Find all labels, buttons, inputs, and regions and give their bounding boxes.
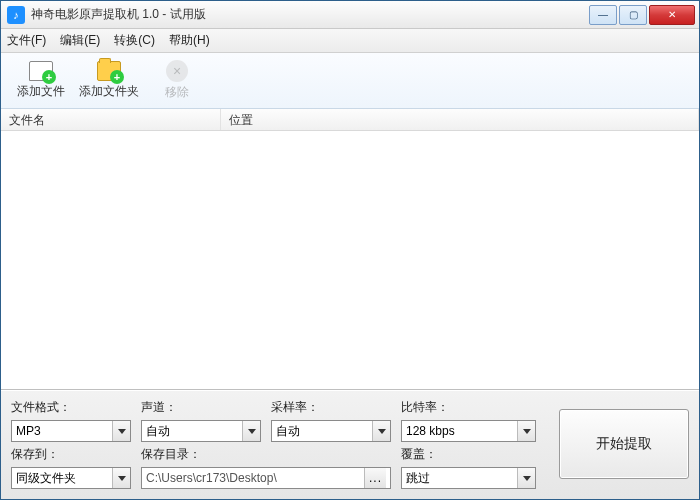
- bitrate-label: 比特率：: [401, 399, 536, 416]
- close-button[interactable]: ✕: [649, 5, 695, 25]
- menu-file[interactable]: 文件(F): [7, 32, 46, 49]
- toolbar: 添加文件 添加文件夹 移除: [1, 53, 699, 109]
- file-add-icon: [29, 61, 53, 81]
- remove-icon: [166, 60, 188, 82]
- column-filename[interactable]: 文件名: [1, 109, 221, 130]
- add-file-button[interactable]: 添加文件: [11, 56, 71, 106]
- overwrite-value: 跳过: [406, 470, 430, 487]
- savedir-field: C:\Users\cr173\Desktop\ ...: [141, 467, 391, 489]
- list-header: 文件名 位置: [1, 109, 699, 131]
- chevron-down-icon: [242, 421, 260, 441]
- chevron-down-icon: [112, 421, 130, 441]
- format-value: MP3: [16, 424, 41, 438]
- samplerate-combo[interactable]: 自动: [271, 420, 391, 442]
- chevron-down-icon: [112, 468, 130, 488]
- chevron-down-icon: [517, 421, 535, 441]
- app-window: ♪ 神奇电影原声提取机 1.0 - 试用版 — ▢ ✕ 文件(F) 编辑(E) …: [0, 0, 700, 500]
- window-buttons: — ▢ ✕: [587, 5, 695, 25]
- column-location[interactable]: 位置: [221, 109, 699, 130]
- add-folder-button[interactable]: 添加文件夹: [79, 56, 139, 106]
- minimize-button[interactable]: —: [589, 5, 617, 25]
- menu-edit[interactable]: 编辑(E): [60, 32, 100, 49]
- channel-value: 自动: [146, 423, 170, 440]
- bitrate-combo[interactable]: 128 kbps: [401, 420, 536, 442]
- saveto-value: 同级文件夹: [16, 470, 76, 487]
- savedir-label: 保存目录：: [141, 446, 261, 463]
- file-list[interactable]: [1, 131, 699, 390]
- channel-combo[interactable]: 自动: [141, 420, 261, 442]
- samplerate-value: 自动: [276, 423, 300, 440]
- chevron-down-icon: [517, 468, 535, 488]
- format-label: 文件格式：: [11, 399, 131, 416]
- app-icon: ♪: [7, 6, 25, 24]
- titlebar: ♪ 神奇电影原声提取机 1.0 - 试用版 — ▢ ✕: [1, 1, 699, 29]
- menu-convert[interactable]: 转换(C): [114, 32, 155, 49]
- chevron-down-icon: [372, 421, 390, 441]
- channel-label: 声道：: [141, 399, 261, 416]
- remove-button: 移除: [147, 56, 207, 106]
- folder-add-icon: [97, 61, 121, 81]
- add-file-label: 添加文件: [17, 83, 65, 100]
- maximize-button[interactable]: ▢: [619, 5, 647, 25]
- saveto-combo[interactable]: 同级文件夹: [11, 467, 131, 489]
- savedir-value: C:\Users\cr173\Desktop\: [146, 471, 364, 485]
- add-folder-label: 添加文件夹: [79, 83, 139, 100]
- menu-help[interactable]: 帮助(H): [169, 32, 210, 49]
- saveto-label: 保存到：: [11, 446, 131, 463]
- start-button[interactable]: 开始提取: [559, 409, 689, 479]
- menubar: 文件(F) 编辑(E) 转换(C) 帮助(H): [1, 29, 699, 53]
- bitrate-value: 128 kbps: [406, 424, 455, 438]
- overwrite-combo[interactable]: 跳过: [401, 467, 536, 489]
- settings-grid: 文件格式： 声道： 采样率： 比特率： MP3 自动 自动 128 kbps 保…: [11, 399, 549, 489]
- samplerate-label: 采样率：: [271, 399, 391, 416]
- bottom-panel: 文件格式： 声道： 采样率： 比特率： MP3 自动 自动 128 kbps 保…: [1, 390, 699, 499]
- format-combo[interactable]: MP3: [11, 420, 131, 442]
- window-title: 神奇电影原声提取机 1.0 - 试用版: [31, 6, 587, 23]
- browse-button[interactable]: ...: [364, 468, 386, 488]
- remove-label: 移除: [165, 84, 189, 101]
- overwrite-label: 覆盖：: [401, 446, 536, 463]
